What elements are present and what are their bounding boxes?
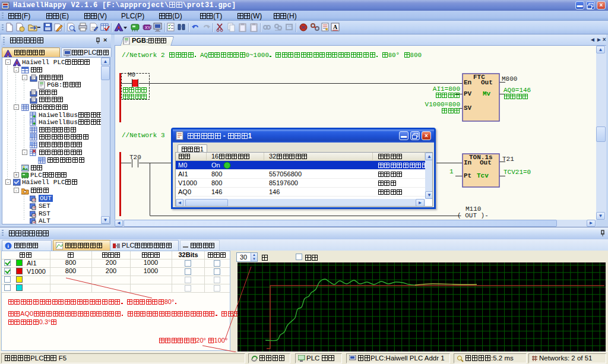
- svg-text:A: A: [333, 24, 338, 30]
- svg-text:XY: XY: [145, 26, 151, 30]
